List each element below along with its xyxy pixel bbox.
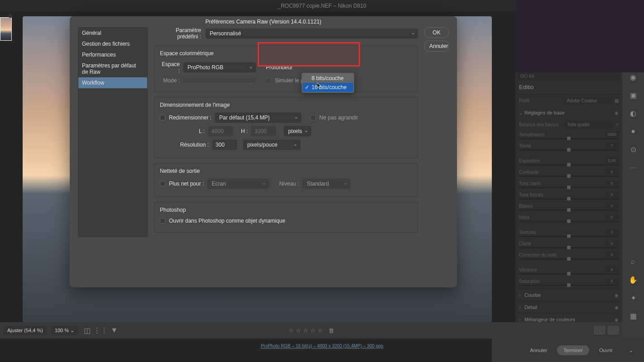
simulate-checkbox	[266, 78, 271, 83]
depth-label: Profondeur	[266, 64, 293, 71]
slider-label: Température	[519, 132, 602, 137]
slider-value[interactable]: 0	[605, 214, 619, 220]
slider-track[interactable]	[519, 258, 619, 260]
cancel-action[interactable]: Annuler	[524, 345, 553, 355]
workflow-link[interactable]: ProPhoto RGB – 16 bit(s) – 4800 x 3200 (…	[261, 343, 384, 348]
view-single[interactable]	[594, 326, 605, 334]
smart-object-checkbox[interactable]	[160, 218, 165, 224]
slider-track[interactable]	[519, 138, 619, 139]
option-16bit[interactable]: 16 bits/couche	[303, 83, 353, 92]
slider-track[interactable]	[519, 198, 619, 200]
view-split[interactable]	[608, 326, 619, 334]
grid-icon[interactable]: ▦	[615, 98, 619, 103]
sidebar-item[interactable]: Performances	[78, 49, 147, 60]
mask-icon[interactable]: ●	[629, 127, 638, 136]
resize-select[interactable]: Par défaut (15,4 MP)	[215, 113, 301, 123]
resize-checkbox[interactable]	[160, 115, 165, 120]
more-icon[interactable]: ⋯	[629, 163, 638, 172]
grid-icon[interactable]: ▦	[629, 311, 638, 320]
slider-label: Noirs	[519, 215, 602, 220]
space-select[interactable]: ProPhoto RGB	[183, 62, 256, 72]
profile-select[interactable]: Adobe Couleur	[564, 97, 612, 104]
edit-tab[interactable]: Editio	[515, 80, 622, 95]
sort-icon[interactable]: ⋮⋮	[96, 326, 105, 335]
sidebar-item[interactable]: Workflow	[78, 77, 147, 88]
crop-icon[interactable]: ▣	[629, 90, 638, 100]
basic-accordion[interactable]: ⌄ Réglages de base ◉	[515, 107, 622, 119]
open-action[interactable]: Ouvrir	[593, 345, 619, 355]
slider-track[interactable]	[519, 210, 619, 211]
accordion-header[interactable]: ›Courbe◉	[515, 289, 622, 301]
unit-select[interactable]: pixels	[284, 126, 311, 136]
star-icon[interactable]: ☆	[317, 327, 323, 334]
slider-track[interactable]	[519, 176, 619, 177]
slider-track[interactable]	[519, 221, 619, 222]
wb-select[interactable]: Telle quelle	[564, 121, 612, 128]
cancel-button[interactable]: Annuler	[424, 41, 449, 52]
star-icon[interactable]: ☆	[303, 327, 308, 334]
slider-track[interactable]	[519, 236, 619, 237]
slider-value[interactable]: 0	[605, 169, 619, 175]
space-label: Espace :	[160, 61, 180, 74]
slider-value[interactable]: 0	[605, 278, 619, 284]
slider-value[interactable]: 0	[605, 181, 619, 186]
zoom-icon[interactable]: ⌕	[629, 257, 638, 266]
sidebar-item[interactable]: Général	[78, 28, 147, 38]
slider-value[interactable]: 0	[605, 192, 619, 197]
slider-track[interactable]	[519, 247, 619, 248]
depth-dropdown[interactable]: 8 bits/couche 16 bits/couche	[302, 73, 354, 93]
chevron-down-icon: ⌄	[519, 110, 524, 115]
filter-icon[interactable]: ▼	[110, 326, 119, 335]
noenlarge-label: Ne pas agrandir	[319, 114, 358, 121]
option-8bit[interactable]: 8 bits/couche	[303, 74, 353, 83]
heal-icon[interactable]: ◐	[629, 109, 638, 118]
eye-icon[interactable]: ◉	[615, 293, 619, 298]
slider-value[interactable]: 0	[605, 252, 619, 257]
slider-value[interactable]: 7	[605, 143, 619, 148]
filmstrip-thumbnail[interactable]	[0, 17, 12, 41]
slider-value[interactable]: 0	[605, 241, 619, 246]
width-input	[208, 126, 233, 136]
slider-value[interactable]: 0	[605, 267, 619, 272]
slider-track[interactable]	[519, 285, 619, 286]
compare-icon[interactable]: ◫	[82, 326, 91, 335]
star-icon[interactable]: ☆	[296, 327, 301, 334]
slider-value[interactable]: 0,00	[605, 158, 619, 163]
sidebar-item[interactable]: Paramètres par défaut de Raw	[78, 60, 147, 77]
slider-track[interactable]	[519, 187, 619, 188]
sidebar-item[interactable]: Gestion des fichiers	[78, 38, 147, 49]
slider-value[interactable]: 5350	[605, 132, 619, 137]
done-action[interactable]: Terminer	[557, 345, 589, 355]
rating-stars[interactable]: ☆☆☆☆☆ 🗑	[288, 327, 334, 334]
sharpen-for-label: Plus net pour :	[169, 181, 204, 187]
star-icon[interactable]: ☆	[288, 327, 294, 334]
sizing-title: Dimensionnement de l'image	[160, 102, 412, 108]
accordion-header[interactable]: ›Détail◉	[515, 301, 622, 313]
redeye-icon[interactable]: ⊙	[629, 145, 638, 154]
ok-button[interactable]: OK	[424, 27, 449, 38]
eye-icon[interactable]: ◉	[629, 72, 638, 81]
star-icon[interactable]: ☆	[310, 327, 316, 334]
eyedropper-icon[interactable]: ⤢	[615, 122, 619, 127]
sharpen-checkbox[interactable]	[160, 181, 165, 186]
eye-icon[interactable]: ◉	[615, 110, 619, 115]
trash-icon[interactable]: 🗑	[328, 327, 334, 334]
action-bar: Annuler Terminer Ouvrir ⌄	[492, 338, 644, 362]
slider-value[interactable]: 0	[605, 203, 619, 209]
slider-value[interactable]: 0	[605, 229, 619, 235]
eye-icon[interactable]: ◉	[615, 317, 619, 322]
open-menu[interactable]: ⌄	[623, 345, 639, 356]
hand-icon[interactable]: ✋	[629, 275, 638, 284]
slider-label: Saturation	[519, 279, 602, 284]
fit-zoom[interactable]: Ajuster (54,4 %)	[4, 326, 47, 335]
slider-track[interactable]	[519, 149, 619, 151]
sampler-icon[interactable]: ✦	[629, 293, 638, 302]
slider-track[interactable]	[519, 164, 619, 166]
resolution-input[interactable]	[212, 140, 237, 150]
preset-select[interactable]: Personnalisé	[206, 29, 418, 38]
res-unit-select[interactable]: pixels/pouce	[243, 140, 300, 150]
slider-track[interactable]	[519, 273, 619, 275]
colorspace-title: Espace colorimétrique	[160, 50, 412, 57]
eye-icon[interactable]: ◉	[615, 305, 619, 310]
zoom-select[interactable]: 100 % ⌄	[51, 326, 78, 335]
